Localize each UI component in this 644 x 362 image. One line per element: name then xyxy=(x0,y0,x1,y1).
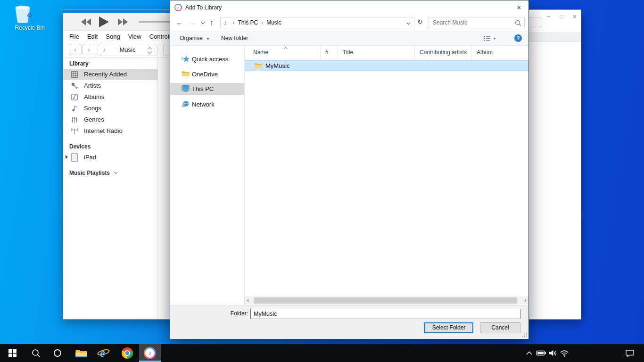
itunes-back-button[interactable]: ‹ xyxy=(69,44,82,55)
itunes-search-box-fragment[interactable] xyxy=(527,17,542,27)
internet-explorer-button[interactable]: e xyxy=(93,344,114,362)
nav-item-label: This PC xyxy=(192,83,214,95)
taskbar-search-button[interactable] xyxy=(26,344,46,362)
itunes-playback-toolbar xyxy=(63,13,187,31)
horizontal-scrollbar[interactable]: ‹ › xyxy=(245,296,528,304)
sidebar-item-songs[interactable]: Songs xyxy=(63,103,157,114)
sidebar-divider xyxy=(157,58,158,319)
forward-button: → xyxy=(189,18,196,26)
itunes-accent-strip xyxy=(63,10,187,13)
itunes-forward-button[interactable]: › xyxy=(83,44,95,55)
refresh-button[interactable]: ↻ xyxy=(417,18,423,25)
address-dropdown-icon[interactable] xyxy=(406,21,410,25)
scroll-left-arrow[interactable]: ‹ xyxy=(247,296,249,304)
windows-logo-icon xyxy=(8,349,17,357)
help-button[interactable]: ? xyxy=(514,34,522,42)
file-explorer-button[interactable] xyxy=(71,344,91,362)
up-button[interactable]: ↑ xyxy=(210,18,214,26)
menu-song[interactable]: Song xyxy=(106,33,120,40)
dialog-toolbar: Organise ▾ New folder ▾ ? xyxy=(170,31,528,46)
dialog-titlebar: ♪ Add To Library × xyxy=(170,0,528,15)
column-album[interactable]: Album xyxy=(472,46,528,58)
nav-item-quick-access[interactable]: Quick access xyxy=(170,53,244,65)
search-icon[interactable] xyxy=(515,20,521,26)
sidebar-item-genres[interactable]: Genres xyxy=(63,114,157,125)
new-folder-button[interactable]: New folder xyxy=(221,35,248,41)
itunes-minimize-button[interactable]: – xyxy=(543,12,553,21)
music-playlists-header[interactable]: Music Playlists xyxy=(69,170,117,176)
sidebar-item-label: Songs xyxy=(84,103,101,114)
sidebar-item-albums[interactable]: Albums xyxy=(63,91,157,103)
search-input[interactable] xyxy=(432,18,512,27)
column-title[interactable]: Title xyxy=(338,46,415,58)
sidebar-item-internet-radio[interactable]: Internet Radio xyxy=(63,125,157,137)
search-icon xyxy=(32,349,41,358)
dialog-nav-pane: Quick access OneDrive xyxy=(170,46,244,305)
nav-item-onedrive[interactable]: OneDrive xyxy=(170,68,244,80)
tray-volume[interactable] xyxy=(547,344,559,362)
nav-item-label: OneDrive xyxy=(192,68,218,80)
breadcrumb-music[interactable]: Music xyxy=(266,19,281,26)
chrome-button[interactable] xyxy=(117,344,138,362)
file-row-mymusic[interactable]: MyMusic xyxy=(245,60,528,71)
folder-label: Folder: xyxy=(229,310,248,317)
history-dropdown-icon[interactable] xyxy=(201,20,205,24)
itunes-taskbar-button[interactable]: ♪ xyxy=(139,344,161,362)
scroll-right-arrow[interactable]: › xyxy=(524,296,526,304)
column-label: Contributing artists xyxy=(420,49,467,56)
select-folder-button[interactable]: Select Folder xyxy=(424,322,473,333)
breadcrumb-this-pc[interactable]: This PC xyxy=(238,19,258,26)
itunes-maximize-button[interactable]: □ xyxy=(556,12,567,21)
fast-forward-button[interactable] xyxy=(118,18,128,25)
recycle-bin[interactable]: ♻ Recycle Bin xyxy=(12,5,47,31)
menu-file[interactable]: File xyxy=(69,33,79,40)
sidebar-item-artists[interactable]: Artists xyxy=(63,80,157,91)
nav-item-label: Network xyxy=(192,99,215,110)
cortana-icon xyxy=(54,349,61,357)
breadcrumb-separator: › xyxy=(233,19,235,26)
expand-caret-icon[interactable] xyxy=(66,155,68,159)
start-button[interactable] xyxy=(2,344,23,362)
column-contributing-artists[interactable]: Contributing artists xyxy=(415,46,472,58)
itunes-close-button[interactable]: × xyxy=(570,12,580,21)
dialog-close-button[interactable]: × xyxy=(510,0,528,15)
view-dropdown-icon[interactable]: ▾ xyxy=(494,36,495,41)
resize-grip[interactable] xyxy=(522,332,527,337)
organise-button[interactable]: Organise ▾ xyxy=(180,35,209,41)
file-explorer-icon xyxy=(75,348,87,358)
star-icon xyxy=(182,55,190,63)
media-selector-dropdown[interactable]: ♪ Music xyxy=(98,44,157,56)
faders-icon xyxy=(71,116,78,123)
tray-wifi[interactable] xyxy=(558,344,570,362)
sidebar-item-ipad[interactable]: iPad xyxy=(63,152,157,163)
dialog-title: Add To Library xyxy=(185,0,222,15)
itunes-icon: ♪ xyxy=(144,347,156,359)
scrollbar-thumb[interactable] xyxy=(254,297,517,304)
breadcrumb[interactable]: ♪ › This PC › Music xyxy=(220,17,414,28)
cancel-button[interactable]: Cancel xyxy=(480,322,520,333)
tray-show-hidden-icons[interactable] xyxy=(523,344,535,362)
sidebar-item-recently-added[interactable]: Recently Added xyxy=(63,69,157,80)
cortana-button[interactable] xyxy=(48,344,67,362)
nav-item-network[interactable]: Network xyxy=(170,99,244,110)
tray-battery[interactable] xyxy=(535,344,547,362)
menu-edit[interactable]: Edit xyxy=(87,33,98,40)
play-button[interactable] xyxy=(99,16,109,27)
column-label: Album xyxy=(477,49,493,56)
view-mode-icon[interactable] xyxy=(483,35,491,41)
chevron-up-icon xyxy=(526,351,533,355)
music-playlists-label: Music Playlists xyxy=(69,170,110,176)
rewind-button[interactable] xyxy=(81,18,91,25)
note-icon xyxy=(71,105,78,112)
divider xyxy=(63,57,170,58)
menu-view[interactable]: View xyxy=(128,33,141,40)
column-number[interactable]: # xyxy=(321,46,338,58)
nav-item-this-pc[interactable]: This PC xyxy=(170,83,244,95)
column-name[interactable]: Name xyxy=(245,46,321,58)
menu-controls[interactable]: Controls xyxy=(149,33,172,40)
action-center-button[interactable] xyxy=(619,344,640,362)
itunes-app-icon: ♪ xyxy=(174,4,182,11)
wifi-icon xyxy=(560,349,569,357)
back-button[interactable]: ← xyxy=(176,18,183,26)
folder-input[interactable] xyxy=(250,309,520,319)
